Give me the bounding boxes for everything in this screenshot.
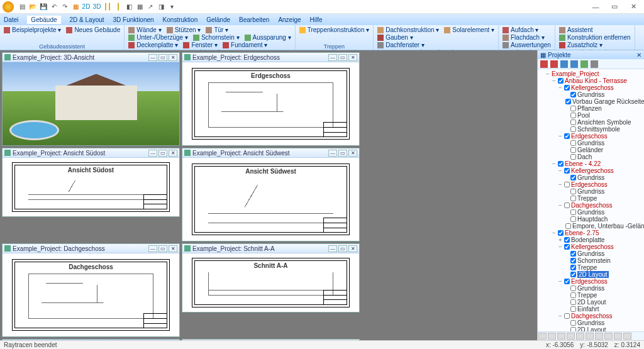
tree-twisty-icon[interactable]: − xyxy=(558,84,563,91)
tree-node[interactable]: −Example_Project xyxy=(545,70,643,77)
maximize-button[interactable]: ▭ xyxy=(606,1,623,13)
footer-tool-icon[interactable] xyxy=(557,333,565,340)
tree-node[interactable]: −Kellergeschoss xyxy=(545,167,643,174)
footer-tool-icon[interactable] xyxy=(567,333,575,340)
ribbon-item[interactable]: Auswertungen xyxy=(502,42,551,48)
tree-node-label[interactable]: Grundriss xyxy=(577,188,604,195)
tree-node[interactable]: −Erdgeschoss xyxy=(545,278,643,285)
document-window[interactable]: Example_Project: Schnitt A-A—▭✕Schnitt A… xyxy=(182,243,360,313)
document-titlebar[interactable]: Example_Project: 3D-Ansicht—▭✕ xyxy=(3,53,179,62)
tree-visibility-checkbox[interactable] xyxy=(570,113,576,118)
document-titlebar[interactable]: Example_Project: Ansicht Südwest—▭✕ xyxy=(182,148,359,158)
menu-gelnde[interactable]: Gelände xyxy=(206,16,230,23)
tree-visibility-checkbox[interactable] xyxy=(565,99,571,104)
tree-node-label[interactable]: Hauptdach xyxy=(577,216,608,223)
ribbon-item[interactable]: Aussparung ▾ xyxy=(245,34,291,41)
tree-visibility-checkbox[interactable] xyxy=(558,78,564,84)
tree-node[interactable]: Schnittsymbole xyxy=(545,126,643,133)
tree-visibility-checkbox[interactable] xyxy=(570,209,576,215)
tree-node[interactable]: 2D Layout xyxy=(545,299,643,306)
win-min-button[interactable]: — xyxy=(148,245,157,252)
tree-visibility-checkbox[interactable] xyxy=(570,196,576,201)
tree-visibility-checkbox[interactable] xyxy=(570,299,576,305)
qat-redo-icon[interactable]: ↷ xyxy=(60,3,69,11)
tree-node-label[interactable]: Example_Project xyxy=(552,70,599,77)
tree-node[interactable]: Grundriss xyxy=(545,188,643,195)
tree-node[interactable]: 2D Layout xyxy=(545,271,643,278)
document-titlebar[interactable]: Example_Project: Erdgeschoss—▭✕ xyxy=(182,53,359,62)
tree-node[interactable]: Pflanzen xyxy=(545,105,643,112)
tree-node-label[interactable]: Vorbau Garage Rückseite xyxy=(572,98,644,105)
tree-node-label[interactable]: Grundriss xyxy=(577,140,604,147)
tree-node[interactable]: −Kellergeschoss xyxy=(545,243,643,250)
tree-node-label[interactable]: Dach xyxy=(577,153,592,160)
win-max-button[interactable]: ▭ xyxy=(338,54,347,61)
tree-node[interactable]: −Anbau Kind - Terrasse xyxy=(545,77,643,84)
document-body[interactable]: Erdgeschoss xyxy=(182,62,359,145)
tree-node[interactable]: Grundriss xyxy=(545,209,643,216)
tree-node-label[interactable]: Pool xyxy=(577,112,590,119)
tree-visibility-checkbox[interactable] xyxy=(565,223,571,229)
tree-twisty-icon[interactable]: − xyxy=(558,313,563,319)
tree-node[interactable]: −Erdgeschoss xyxy=(545,181,643,188)
tree-node-label[interactable]: Bodenplatte xyxy=(571,236,604,243)
ribbon-item[interactable]: Dachfenster ▾ xyxy=(377,42,425,48)
tree-node-label[interactable]: Grundriss xyxy=(577,174,604,181)
tree-visibility-checkbox[interactable] xyxy=(570,258,576,263)
render-view[interactable] xyxy=(3,62,179,145)
tree-visibility-checkbox[interactable] xyxy=(558,161,564,167)
footer-tool-icon[interactable] xyxy=(623,333,631,340)
tree-node-label[interactable]: Einfahrt xyxy=(577,306,599,313)
tree-node-label[interactable]: Kellergeschoss xyxy=(571,167,614,174)
ribbon-item[interactable]: Konstruktion entfernen xyxy=(559,34,631,41)
ribbon-item[interactable]: Beispielprojekte ▾ xyxy=(4,26,61,33)
tree-visibility-checkbox[interactable] xyxy=(570,119,576,125)
tree-node[interactable]: +Bodenplatte xyxy=(545,236,643,243)
ribbon-item[interactable]: Stützen ▾ xyxy=(167,26,201,33)
ribbon-item[interactable]: Flachdach ▾ xyxy=(502,34,545,41)
tree-visibility-checkbox[interactable] xyxy=(570,189,576,194)
ribbon-item[interactable]: Treppenkonstruktion ▾ xyxy=(299,26,370,33)
tree-node[interactable]: Grundriss xyxy=(545,174,643,181)
tree-visibility-checkbox[interactable] xyxy=(570,285,576,291)
ribbon-item[interactable]: Tür ▾ xyxy=(206,26,228,33)
ribbon-item[interactable]: Solarelement ▾ xyxy=(444,26,494,33)
tree-twisty-icon[interactable]: − xyxy=(558,243,563,250)
tree-node-label[interactable]: Dachgeschoss xyxy=(571,313,613,319)
tree-node-label[interactable]: Ansichten Symbole xyxy=(577,119,631,126)
tree-node[interactable]: −Erdgeschoss xyxy=(545,133,643,140)
tree-node-label[interactable]: Kellergeschoss xyxy=(571,243,614,250)
tree-node-label[interactable]: Pflanzen xyxy=(577,105,602,112)
ribbon-item[interactable]: Unter-/Überzüge ▾ xyxy=(128,34,188,41)
win-close-button[interactable]: ✕ xyxy=(169,245,177,252)
tree-visibility-checkbox[interactable] xyxy=(570,265,576,270)
ribbon-item[interactable]: Fundament ▾ xyxy=(223,42,267,48)
tree-node-label[interactable]: Erdgeschoss xyxy=(571,133,608,140)
footer-tool-icon[interactable] xyxy=(538,333,547,340)
tree-node-label[interactable]: Grundriss xyxy=(577,250,604,257)
tree-node[interactable]: −Dachgeschoss xyxy=(545,202,643,209)
tree-node-label[interactable]: Erdgeschoss xyxy=(571,278,608,285)
tree-node[interactable]: Grundriss xyxy=(545,140,643,147)
tree-twisty-icon[interactable]: − xyxy=(545,70,550,77)
ribbon-item[interactable]: Dachkonstruktion ▾ xyxy=(377,26,439,33)
tree-node[interactable]: Grundriss xyxy=(545,91,643,98)
tree-node-label[interactable]: Schornstein xyxy=(577,257,611,264)
tree-twisty-icon[interactable]: − xyxy=(552,77,557,84)
win-max-button[interactable]: ▭ xyxy=(158,245,167,252)
ribbon-item[interactable]: Wände ▾ xyxy=(128,26,161,33)
tree-visibility-checkbox[interactable] xyxy=(570,272,576,277)
win-min-button[interactable]: — xyxy=(148,54,157,61)
ribbon-item[interactable]: Neues Gebäude xyxy=(66,26,120,33)
project-tree[interactable]: −Example_Project−Anbau Kind - Terrasse−K… xyxy=(538,69,644,331)
tree-visibility-checkbox[interactable] xyxy=(570,106,576,111)
document-titlebar[interactable]: Example_Project: Dachgeschoss—▭✕ xyxy=(3,244,179,253)
ribbon-item[interactable]: Aufdach ▾ xyxy=(502,26,538,33)
qat-open-icon[interactable]: 📂 xyxy=(28,3,37,11)
tree-node-label[interactable]: Treppe xyxy=(577,292,597,299)
tree-tool-icon[interactable] xyxy=(591,60,598,68)
qat-measure-icon[interactable]: ┃┃ xyxy=(103,3,112,11)
menu-gebude[interactable]: Gebäude xyxy=(27,16,60,24)
tree-visibility-checkbox[interactable] xyxy=(570,320,576,326)
qat-layer-icon[interactable]: ▦ xyxy=(71,3,80,11)
